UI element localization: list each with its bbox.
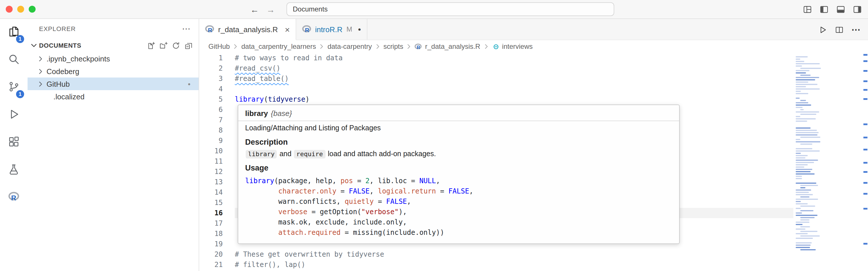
back-button[interactable]: ← (250, 4, 259, 14)
editor-actions: ⋯ (818, 19, 861, 40)
minimap-line (796, 104, 811, 106)
forward-button[interactable]: → (267, 4, 275, 14)
ruler-marker (863, 193, 867, 194)
breadcrumb-label: GitHub (208, 42, 230, 51)
svg-text:R: R (11, 194, 17, 202)
file-tree: .ipynb_checkpointsCodebergGitHub●.locali… (28, 52, 198, 103)
minimap-line (796, 98, 800, 99)
r-icon: R (7, 191, 20, 206)
minimap-line (796, 70, 809, 71)
code-line[interactable] (235, 84, 794, 94)
minimap-line (800, 74, 811, 76)
close-button[interactable] (6, 6, 12, 12)
minimap-line (796, 61, 804, 62)
minimap-line (796, 65, 802, 67)
hover-title: library{base} (245, 109, 672, 118)
toggle-panel-left-button[interactable] (819, 4, 829, 14)
activity-run-debug[interactable] (0, 102, 28, 129)
minimap-line (796, 153, 801, 154)
activity-search[interactable] (0, 47, 28, 74)
activity-testing[interactable] (0, 157, 28, 184)
line-number: 9 (199, 136, 235, 146)
minimap-line (796, 155, 808, 156)
activity-extensions[interactable] (0, 129, 28, 157)
hover-divider (238, 121, 679, 121)
tree-item-label: .ipynb_checkpoints (46, 54, 110, 63)
minimap-line (795, 146, 862, 148)
minimap-line (796, 134, 817, 136)
minimap-line (795, 123, 862, 125)
close-tab-button[interactable]: × (285, 24, 290, 34)
tree-item-github[interactable]: GitHub● (28, 78, 198, 90)
code-line[interactable]: # two ways to read in data (235, 53, 794, 63)
breadcrumb-item-data-carpentry[interactable]: data-carpentry (327, 42, 373, 51)
collapse-all-button[interactable] (184, 41, 193, 50)
new-folder-button[interactable] (159, 41, 167, 50)
code-line[interactable]: # These get overwritten by tidyverse (235, 249, 794, 260)
line-number: 21 (199, 260, 235, 270)
breadcrumb-item-scripts[interactable]: scripts (382, 42, 404, 51)
more-button[interactable]: ⋯ (851, 24, 861, 35)
minimap-line (795, 95, 862, 98)
breadcrumb-label: scripts (383, 42, 403, 51)
hover-symbol-context: {base} (271, 109, 292, 118)
tree-item-ipynb-checkpoints[interactable]: .ipynb_checkpoints (28, 52, 198, 65)
code-line[interactable]: #read_csv() (235, 63, 794, 73)
split-editor-button[interactable] (835, 25, 844, 34)
minimap-line (800, 210, 813, 211)
minimap-line (795, 54, 862, 56)
code-line[interactable]: library(tidyverse) (235, 94, 794, 104)
breadcrumb-label: r_data_analysis.R (425, 42, 480, 51)
minimap-line (800, 144, 812, 145)
refresh-button[interactable] (172, 41, 180, 50)
minimap-line (796, 183, 816, 184)
breadcrumb-item-interviews[interactable]: interviews (491, 42, 534, 51)
tab-r-data-analysis-r[interactable]: Rr_data_analysis.R× (199, 19, 296, 40)
tree-item-label: .localized (53, 92, 84, 101)
minimap-line (796, 121, 807, 122)
toggle-panel-right-button[interactable] (852, 4, 862, 14)
activity-r[interactable]: R (0, 184, 28, 212)
line-number: 19 (199, 239, 235, 249)
customize-layout-button[interactable] (803, 4, 812, 14)
toggle-panel-bottom-button[interactable] (836, 4, 846, 14)
minimap-line (796, 79, 815, 80)
code-line[interactable]: # filter(), lap() (235, 260, 794, 270)
minimap-line (796, 245, 811, 246)
line-number: 7 (199, 115, 235, 125)
minimize-button[interactable] (17, 6, 24, 12)
usage-code-line: warn.conflicts, quietly = FALSE, (245, 197, 672, 207)
minimap-line (800, 226, 810, 228)
chevron-right-icon (374, 43, 381, 50)
badge: 1 (16, 90, 24, 98)
tab-intror-r[interactable]: RintroR.RM● (296, 19, 367, 40)
views-more-actions-icon[interactable]: ⋯ (182, 24, 191, 34)
zoom-button[interactable] (29, 6, 36, 12)
minimap-line (796, 141, 820, 142)
hover-usage-heading: Usage (245, 163, 672, 172)
command-center[interactable]: Documents (286, 2, 614, 16)
run-button[interactable] (818, 25, 827, 34)
code-editor[interactable]: 123456789101112131415161718192021 # two … (199, 53, 868, 271)
new-file-button[interactable] (146, 41, 155, 50)
minimap-line (796, 77, 819, 78)
chevron-right-icon (232, 43, 239, 50)
chevron-right-icon (483, 43, 489, 50)
code-line[interactable]: #read_table() (235, 73, 794, 84)
minimap-line (800, 109, 804, 110)
section-header[interactable]: DOCUMENTS (28, 38, 198, 52)
overview-ruler (863, 53, 868, 271)
chevron-right-icon (406, 43, 412, 50)
activity-source-control[interactable]: 1 (0, 74, 28, 102)
breadcrumb-item-data-carpentry-learners[interactable]: data_carpentry_learners (240, 42, 317, 51)
tree-item-localized[interactable]: .localized (28, 90, 198, 103)
minimap-line (800, 235, 820, 237)
tree-item-codeberg[interactable]: Codeberg (28, 65, 198, 78)
minimap-line (796, 247, 810, 248)
minimap-line (796, 93, 808, 94)
minimap-line (800, 206, 815, 207)
activity-explorer[interactable]: 1 (0, 19, 28, 47)
minimap[interactable] (795, 54, 862, 271)
breadcrumb-item-r-data-analysis-r[interactable]: Rr_data_analysis.R (414, 42, 482, 51)
breadcrumb-item-github[interactable]: GitHub (207, 42, 231, 51)
